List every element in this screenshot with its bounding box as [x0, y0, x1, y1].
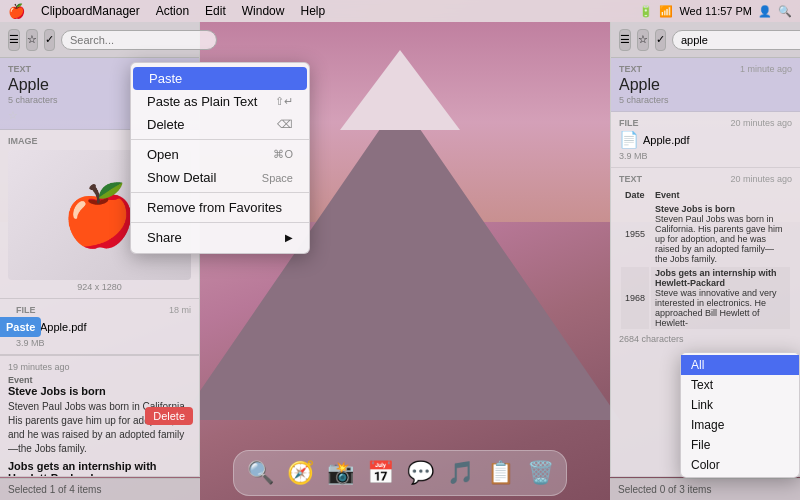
- type-item-text[interactable]: Text: [681, 375, 799, 395]
- menu-item-paste-plain[interactable]: Paste as Plain Text ⇧↵: [131, 90, 309, 113]
- menu-action[interactable]: Action: [148, 4, 197, 18]
- battery-icon: 🔋: [639, 5, 653, 18]
- paste-plain-shortcut: ⇧↵: [275, 95, 293, 108]
- right-clip-time-3: 20 minutes ago: [730, 174, 792, 184]
- dock-music[interactable]: 🎵: [442, 455, 478, 491]
- dock-calendar[interactable]: 📅: [362, 455, 398, 491]
- left-status-text: Selected 1 of 4 items: [8, 484, 101, 495]
- menu-divider-2: [131, 192, 309, 193]
- menubar: 🍎 ClipboardManager Action Edit Window He…: [0, 0, 800, 22]
- filesize-3: 3.9 MB: [16, 338, 191, 348]
- row2-date: 1968: [621, 267, 649, 329]
- timeline-table: Date Event 1955 Steve Jobs is born Steve…: [619, 187, 792, 331]
- menu-item-paste[interactable]: Paste: [133, 67, 307, 90]
- right-clip-time-2: 20 minutes ago: [730, 118, 792, 128]
- timeline-time: 19 minutes ago: [8, 362, 191, 372]
- dock-trash[interactable]: 🗑️: [522, 455, 558, 491]
- menu-divider-3: [131, 222, 309, 223]
- right-pdf-icon: 📄: [619, 130, 639, 149]
- clip-item-timeline[interactable]: 19 minutes ago Event Steve Jobs is born …: [0, 356, 199, 477]
- col-event: Event: [651, 189, 790, 201]
- menu-divider-1: [131, 139, 309, 140]
- right-clip-type-1: TEXT: [619, 64, 642, 74]
- row1-body: Steven Paul Jobs was born in California.…: [655, 214, 783, 264]
- menu-item-delete[interactable]: Delete ⌫: [131, 113, 309, 136]
- hamburger-button[interactable]: ☰: [8, 29, 20, 51]
- wifi-icon: 📶: [659, 5, 673, 18]
- dock-photos[interactable]: 📸: [322, 455, 358, 491]
- clip-type-3: FILE: [16, 305, 36, 315]
- clip-image-dimensions: 924 x 1280: [8, 282, 191, 292]
- right-check-button[interactable]: ✓: [655, 29, 666, 51]
- menu-item-remove-favorites[interactable]: Remove from Favorites: [131, 196, 309, 219]
- type-item-link[interactable]: Link: [681, 395, 799, 415]
- row1-date: 1955: [621, 203, 649, 265]
- type-item-all[interactable]: All: [681, 355, 799, 375]
- right-filesize: 3.9 MB: [619, 151, 792, 161]
- paste-indicator: Paste: [0, 317, 41, 337]
- right-filename: Apple.pdf: [643, 134, 689, 146]
- right-clip-type-2: FILE: [619, 118, 639, 128]
- col-date: Date: [621, 189, 649, 201]
- menu-item-open[interactable]: Open ⌘O: [131, 143, 309, 166]
- clip-type-2: IMAGE: [8, 136, 38, 146]
- left-status-bar: Selected 1 of 4 items: [0, 478, 200, 500]
- delete-button[interactable]: Delete: [145, 407, 193, 425]
- row2-event: Jobs gets an internship with Hewlett-Pac…: [651, 267, 790, 329]
- right-clip-time-1: 1 minute ago: [740, 64, 792, 74]
- type-item-color[interactable]: Color: [681, 455, 799, 475]
- user-icon: 👤: [758, 5, 772, 18]
- check-button[interactable]: ✓: [44, 29, 55, 51]
- menu-clipboardmanager[interactable]: ClipboardManager: [33, 4, 148, 18]
- clip-star-1[interactable]: ☆: [8, 109, 18, 121]
- right-clip-file[interactable]: FILE 20 minutes ago 📄 Apple.pdf 3.9 MB: [611, 112, 800, 168]
- dock: 🔍 🧭 📸 📅 💬 🎵 📋 🗑️: [233, 450, 567, 496]
- right-star-button[interactable]: ☆: [637, 29, 649, 51]
- dock-messages[interactable]: 💬: [402, 455, 438, 491]
- share-arrow-icon: ▶: [285, 232, 293, 243]
- search-icon[interactable]: 🔍: [778, 5, 792, 18]
- star-button[interactable]: ☆: [26, 29, 38, 51]
- right-clip-title-apple: Apple: [619, 76, 792, 94]
- clip-time-3: 18 mi: [169, 305, 191, 315]
- menu-item-show-detail[interactable]: Show Detail Space: [131, 166, 309, 189]
- clip-type-1: TEXT: [8, 64, 31, 74]
- right-search-input[interactable]: [672, 30, 800, 50]
- right-clip-chars-1: 5 characters: [619, 95, 792, 105]
- right-clip-apple[interactable]: TEXT 1 minute ago Apple 5 characters: [611, 58, 800, 112]
- right-file-row: 📄 Apple.pdf: [619, 130, 792, 149]
- file-row: 📄 Apple.pdf: [16, 317, 191, 336]
- event-heading-2: Jobs gets an internship with Hewlett-Pac…: [8, 460, 191, 477]
- left-search-input[interactable]: [61, 30, 217, 50]
- right-hamburger-button[interactable]: ☰: [619, 29, 631, 51]
- event-heading-1: Steve Jobs is born: [8, 385, 191, 397]
- left-toolbar: ☰ ☆ ✓: [0, 22, 199, 58]
- context-menu: Paste Paste as Plain Text ⇧↵ Delete ⌫ Op…: [130, 62, 310, 254]
- right-clip-type-3: TEXT: [619, 174, 642, 184]
- open-shortcut: ⌘O: [273, 148, 293, 161]
- menu-item-share[interactable]: Share ▶: [131, 226, 309, 249]
- filename-3: Apple.pdf: [40, 321, 86, 333]
- type-dropdown: All Text Link Image File Color: [680, 352, 800, 478]
- menubar-right: 🔋 📶 Wed 11:57 PM 👤 🔍: [639, 5, 800, 18]
- menu-edit[interactable]: Edit: [197, 4, 234, 18]
- dock-safari[interactable]: 🧭: [282, 455, 318, 491]
- clip-header-3: FILE 18 mi: [16, 305, 191, 315]
- apple-menu-icon[interactable]: 🍎: [0, 3, 33, 19]
- row1-event: Steve Jobs is born Steven Paul Jobs was …: [651, 203, 790, 265]
- row2-body: Steve was innovative and very interested…: [655, 288, 777, 328]
- dock-clipboard[interactable]: 📋: [482, 455, 518, 491]
- dock-finder[interactable]: 🔍: [242, 455, 278, 491]
- table-row: 1955 Steve Jobs is born Steven Paul Jobs…: [621, 203, 790, 265]
- menu-window[interactable]: Window: [234, 4, 293, 18]
- menu-help[interactable]: Help: [292, 4, 333, 18]
- delete-shortcut: ⌫: [277, 118, 293, 131]
- right-clip-header-2: FILE 20 minutes ago: [619, 118, 792, 128]
- table-row: 1968 Jobs gets an internship with Hewlet…: [621, 267, 790, 329]
- type-item-file[interactable]: File: [681, 435, 799, 455]
- right-clip-header-1: TEXT 1 minute ago: [619, 64, 792, 74]
- type-item-image[interactable]: Image: [681, 415, 799, 435]
- right-status-text: Selected 0 of 3 items: [618, 484, 711, 495]
- right-toolbar: ☰ ☆ ✓: [611, 22, 800, 58]
- right-status-bar: Selected 0 of 3 items: [610, 478, 800, 500]
